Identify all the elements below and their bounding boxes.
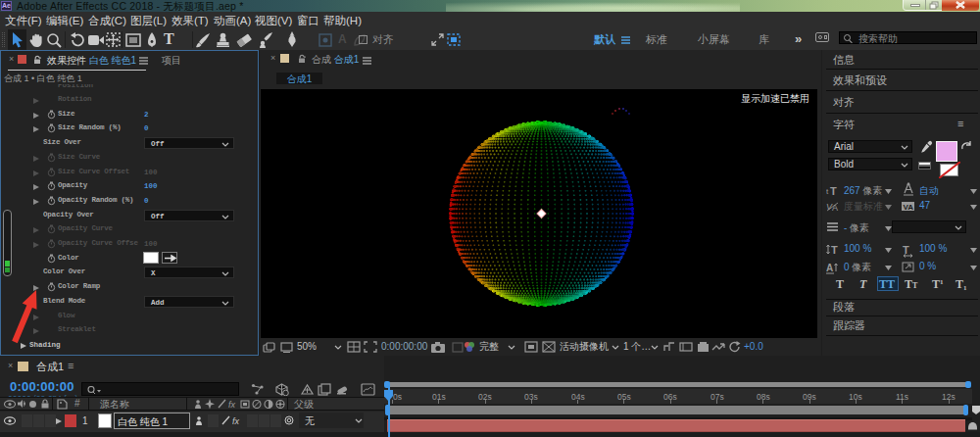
svg-text:fx: fx xyxy=(228,400,236,410)
svg-text:A: A xyxy=(826,263,833,273)
svg-text:T: T xyxy=(830,185,837,196)
svg-text:t: t xyxy=(826,187,829,196)
svg-text:fx: fx xyxy=(232,416,240,426)
svg-text:A: A xyxy=(832,203,838,212)
svg-text:T: T xyxy=(903,244,909,256)
svg-text:T: T xyxy=(831,244,838,255)
svg-text:VA: VA xyxy=(904,203,914,212)
